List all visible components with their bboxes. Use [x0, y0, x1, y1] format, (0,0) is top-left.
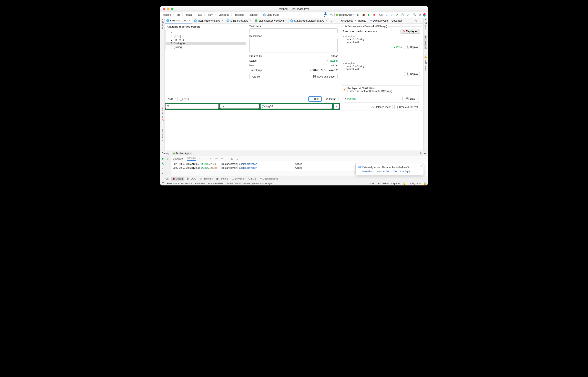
replay-all-button[interactable]: ↻Replay All — [400, 29, 420, 34]
rule-value-input[interactable] — [260, 104, 332, 109]
tree-item[interactable]: 2: ["string",0] — [166, 42, 246, 45]
tab-console[interactable]: Console — [187, 157, 196, 161]
undo-icon[interactable]: ↺ — [405, 13, 410, 17]
tab-coverage[interactable]: Coverage — [390, 19, 404, 23]
build-icon[interactable]: 🔨 — [329, 13, 334, 17]
crumb[interactable]: service — [249, 13, 259, 17]
cancel-button[interactable]: Cancel — [249, 74, 263, 79]
close-icon[interactable]: × — [285, 19, 287, 22]
indent-setting[interactable]: 4 spaces — [391, 182, 400, 185]
gear-icon[interactable]: ⚙ — [420, 152, 422, 155]
stop-icon[interactable]: ■ — [372, 13, 376, 17]
wrench-icon[interactable]: 🔧 — [161, 162, 165, 165]
close-icon[interactable]: × — [421, 165, 422, 167]
chevron-down-icon[interactable]: ⌄ — [329, 18, 334, 24]
crumb[interactable]: testbed — [162, 13, 172, 17]
minimize-icon[interactable]: — — [418, 19, 422, 22]
close-icon[interactable]: × — [325, 19, 327, 22]
zoom-window-icon[interactable] — [171, 8, 173, 10]
close-icon[interactable]: × — [221, 19, 223, 22]
terminal-tool-button[interactable]: ▣Terminal — [215, 177, 230, 181]
crumb[interactable]: ListService — [266, 13, 280, 17]
toolbar-icon[interactable]: ⊟ — [236, 157, 238, 160]
not-checkbox[interactable]: NOT — [180, 98, 189, 101]
file-tab[interactable]: CStaticMockServiceImpl.java× — [289, 18, 329, 24]
test-name-input[interactable] — [249, 28, 338, 33]
close-icon[interactable]: × — [189, 152, 191, 155]
toolbar-icon[interactable]: ⭳ — [204, 157, 206, 160]
detailed-view-button[interactable]: 🗂Detailed View — [369, 105, 393, 109]
replay-button[interactable]: Replay — [404, 72, 420, 76]
line-separator[interactable]: LF — [377, 182, 379, 185]
maven-tool-button[interactable]: mMaven — [424, 19, 427, 29]
git-branch[interactable]: ᚶ inlay-hints — [408, 182, 421, 185]
crumb[interactable]: java — [197, 13, 203, 17]
debug-tool-button[interactable]: 🐞Debug — [171, 177, 184, 181]
execution-card[interactable]: stringList param1 = "string" param2 = 0 … — [341, 61, 422, 84]
search-icon[interactable]: 🔍 — [412, 13, 417, 17]
file-tab[interactable]: IStaticMockService.java× — [253, 18, 289, 24]
close-window-icon[interactable] — [163, 8, 165, 10]
git-push-icon[interactable]: ↗ — [395, 13, 399, 17]
save-result-button[interactable]: 💾Save — [402, 96, 419, 101]
rule-operator-select[interactable]: is — [220, 104, 259, 108]
coverage-icon[interactable]: ▶̲ — [367, 13, 371, 17]
toolbar-icon[interactable]: ⊞ — [231, 157, 233, 160]
services-tool-button[interactable]: ⬡Services — [231, 177, 245, 181]
crumb[interactable]: videobug — [218, 13, 230, 17]
file-tab[interactable]: CMockingService.java× — [192, 18, 225, 24]
add-rule-button[interactable]: ＋Rule — [308, 96, 322, 102]
tree-item[interactable]: 1: ["b","c","s"] — [166, 38, 246, 42]
tab-direct-invoke[interactable]: ⇨Direct Invoke — [368, 18, 389, 23]
description-input[interactable] — [249, 38, 338, 52]
file-tab[interactable]: CMailService.java× — [225, 18, 253, 24]
crumb[interactable]: com — [208, 13, 214, 17]
gear-icon[interactable]: ⚙ — [418, 13, 422, 17]
more-icon[interactable]: ⋮ — [334, 18, 339, 24]
close-icon[interactable]: × — [249, 19, 251, 22]
up-icon[interactable]: ↑ — [161, 167, 165, 170]
create-junit-button[interactable]: ∥Create JUnit test — [394, 105, 420, 109]
crumb[interactable]: main — [186, 13, 193, 17]
minimize-icon[interactable]: — — [424, 152, 426, 155]
git-tool-button[interactable]: ᚶGit — [162, 177, 170, 180]
todo-tool-button[interactable]: ☰TODO — [185, 177, 198, 181]
recorded-objects-tree[interactable]: List 0: [1,2,3] 1: ["b","c","s"] 2: ["st… — [165, 30, 246, 50]
rule-path-input[interactable] — [165, 104, 219, 109]
crumb[interactable]: src — [176, 13, 181, 17]
tab-debugger[interactable]: Debugger — [173, 157, 184, 160]
rerun-icon[interactable]: ↻ — [161, 157, 165, 161]
execution-card[interactable]: stringList param1 = "string" param2 = 0 … — [341, 35, 422, 59]
always-add-link[interactable]: Always Add — [377, 170, 390, 173]
run-config-selector[interactable]: ⬢ TestbedApp ▾ — [334, 13, 355, 17]
toolbar-icon[interactable]: ⥰ — [221, 157, 223, 160]
minimize-window-icon[interactable] — [167, 8, 169, 10]
add-group-button[interactable]: ⊕Group — [324, 97, 339, 101]
gear-icon[interactable]: ⚙ — [415, 19, 418, 22]
project-tool-button[interactable]: ■Project — [161, 19, 164, 29]
status-icon[interactable]: ☐ — [162, 182, 164, 185]
run-icon[interactable]: ▶ — [356, 13, 361, 17]
history-icon[interactable]: 🕘 — [400, 13, 405, 17]
replay-button[interactable]: Replay — [404, 45, 420, 49]
tab-replay[interactable]: ↻Replay — [353, 18, 368, 23]
readonly-icon[interactable]: 🔓 — [403, 182, 406, 185]
more-icon[interactable]: » — [166, 157, 170, 161]
view-files-link[interactable]: View Files — [362, 170, 374, 173]
dependencies-tool-button[interactable]: ≋Dependencies — [259, 177, 279, 181]
notifications-tool-button[interactable]: 🔔Notifications — [424, 55, 427, 71]
toolbar-icon[interactable]: ⭱ — [210, 157, 212, 160]
build-tool-button[interactable]: 🔨Build — [246, 177, 258, 181]
toolbar-icon[interactable]: ⭲ — [215, 157, 218, 160]
layout-icon[interactable]: ≡ — [199, 157, 200, 160]
structure-tool-button[interactable]: ⇵Structure — [161, 129, 164, 141]
delete-rule-button[interactable]: ✕ — [334, 104, 339, 109]
save-button[interactable]: 💾Save and close — [310, 74, 338, 79]
file-encoding[interactable]: UTF-8 — [382, 182, 389, 185]
unlogged-tool-button[interactable]: ◐Unlogged — [424, 35, 427, 49]
git-update-icon[interactable]: ↙ — [384, 13, 389, 17]
more-icon[interactable]: » — [161, 172, 165, 175]
problems-tool-button[interactable]: ⊘Problems — [199, 177, 214, 181]
git-commit-icon[interactable]: ✔ — [389, 13, 394, 17]
user-icon[interactable]: 👤▾ — [324, 13, 328, 17]
